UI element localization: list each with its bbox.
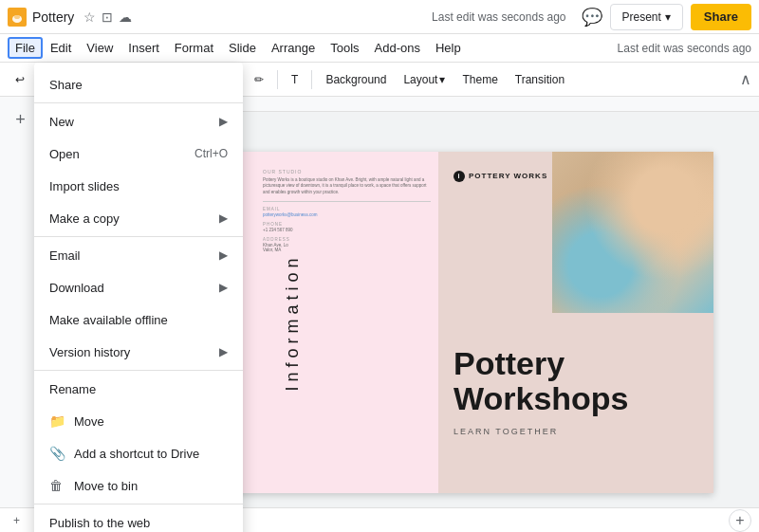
trash-icon: 🗑 bbox=[49, 478, 66, 493]
menu-item-makecopy[interactable]: Make a copy ▶ bbox=[34, 202, 243, 234]
menu-item-offline[interactable]: Make available offline bbox=[34, 303, 243, 336]
menu-item-download[interactable]: Download ▶ bbox=[34, 271, 243, 303]
menu-email-label: Email bbox=[49, 248, 81, 263]
menu-section-manage: Rename 📁 Move 📎 Add a shortcut to Drive … bbox=[34, 371, 243, 504]
menu-section-file: New ▶ Open Ctrl+O Import slides Make a c… bbox=[34, 103, 243, 237]
menu-item-email[interactable]: Email ▶ bbox=[34, 239, 243, 271]
menu-trash-label: Move to bin bbox=[74, 479, 138, 493]
menu-open-shortcut: Ctrl+O bbox=[194, 147, 228, 160]
shortcut-icon: 📎 bbox=[49, 446, 66, 461]
move-icon: 📁 bbox=[49, 413, 66, 429]
menu-section-publish: Publish to the web bbox=[34, 504, 243, 532]
menu-item-trash[interactable]: 🗑 Move to bin bbox=[34, 469, 243, 502]
menu-download-label: Download bbox=[49, 281, 104, 295]
menu-makecopy-arrow: ▶ bbox=[219, 211, 228, 225]
menu-version-arrow: ▶ bbox=[219, 345, 228, 358]
menu-download-arrow: ▶ bbox=[219, 281, 228, 294]
dropdown-overlay: Share New ▶ Open Ctrl+O Import slides Ma… bbox=[0, 0, 759, 532]
menu-item-share[interactable]: Share bbox=[34, 68, 243, 101]
menu-item-new[interactable]: New ▶ bbox=[34, 105, 243, 138]
menu-rename-label: Rename bbox=[49, 382, 96, 396]
menu-shortcut-label: Add a shortcut to Drive bbox=[74, 447, 199, 461]
menu-new-label: New bbox=[49, 115, 74, 129]
menu-item-open[interactable]: Open Ctrl+O bbox=[34, 138, 243, 170]
menu-item-drive-shortcut[interactable]: 📎 Add a shortcut to Drive bbox=[34, 437, 243, 469]
menu-item-version[interactable]: Version history ▶ bbox=[34, 336, 243, 368]
menu-makecopy-label: Make a copy bbox=[49, 211, 120, 226]
menu-section-share2: Email ▶ Download ▶ Make available offlin… bbox=[34, 237, 243, 371]
menu-item-move[interactable]: 📁 Move bbox=[34, 405, 243, 437]
menu-section-share: Share bbox=[34, 66, 243, 103]
menu-offline-label: Make available offline bbox=[49, 313, 168, 327]
menu-move-label: Move bbox=[74, 414, 104, 429]
menu-open-label: Open bbox=[49, 147, 80, 161]
menu-item-import[interactable]: Import slides bbox=[34, 170, 243, 202]
menu-import-label: Import slides bbox=[49, 179, 120, 193]
menu-publish-label: Publish to the web bbox=[49, 516, 150, 530]
menu-share-label: Share bbox=[49, 78, 83, 92]
menu-item-publish[interactable]: Publish to the web bbox=[34, 506, 243, 532]
menu-email-arrow: ▶ bbox=[219, 248, 228, 262]
menu-version-label: Version history bbox=[49, 345, 130, 359]
menu-new-arrow: ▶ bbox=[219, 115, 228, 128]
file-menu-dropdown: Share New ▶ Open Ctrl+O Import slides Ma… bbox=[34, 63, 243, 532]
menu-item-rename[interactable]: Rename bbox=[34, 373, 243, 405]
